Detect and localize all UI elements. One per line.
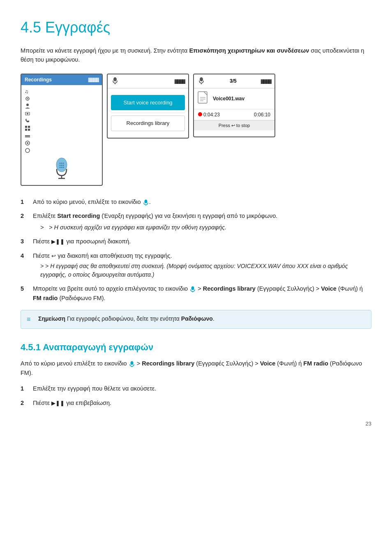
svg-text:♫: ♫ bbox=[25, 89, 28, 94]
svg-point-3 bbox=[26, 104, 29, 106]
mic-small-icon2 bbox=[197, 76, 205, 84]
step-3: 3 Πιέστε ▶❚❚ για προσωρινή διακοπή. bbox=[21, 237, 371, 246]
step4-number: 4 bbox=[21, 251, 29, 279]
section451-step2: 2 Πιέστε ▶❚❚ για επιβεβαίωση. bbox=[21, 398, 371, 407]
svg-point-13 bbox=[27, 142, 28, 144]
svg-point-25 bbox=[61, 166, 62, 168]
mic-small-icon bbox=[111, 76, 119, 84]
step1-content: Από το κύριο μενού, επιλέξτε το εικονίδι… bbox=[33, 197, 371, 206]
recordings-library-menu-item[interactable]: Recordings library bbox=[111, 116, 185, 131]
filename: Voice001.wav bbox=[213, 95, 244, 102]
list-item bbox=[25, 117, 99, 125]
step-2: 2 Επιλέξτε Start recording (Έναρξη εγγρα… bbox=[21, 211, 371, 232]
mic-icon-inline3 bbox=[129, 361, 135, 367]
step-5: 5 Μπορείτε να βρείτε αυτό το αρχείο επιλ… bbox=[21, 284, 371, 303]
s451-step1-num: 1 bbox=[21, 384, 29, 393]
svg-point-27 bbox=[113, 77, 117, 81]
section451-step1: 1 Επιλέξτε την εγγραφή που θέλετε να ακο… bbox=[21, 384, 371, 393]
svg-point-14 bbox=[25, 148, 30, 153]
s451-step2-content: Πιέστε ▶❚❚ για επιβεβαίωση. bbox=[33, 398, 371, 407]
note-box: ≡ Σημείωση Για εγγραφές ραδιοφώνου, δείτ… bbox=[21, 310, 371, 329]
screen2-body: Start voice recording Recordings library bbox=[108, 88, 188, 138]
list-item bbox=[25, 110, 99, 117]
list-item bbox=[25, 95, 99, 102]
svg-rect-6 bbox=[25, 126, 27, 128]
mic-icon-inline bbox=[143, 199, 149, 206]
phone-icon bbox=[25, 118, 30, 124]
battery-icon2: ▓▓▓▓ bbox=[175, 78, 185, 84]
svg-point-20 bbox=[63, 162, 64, 164]
camera-icon bbox=[25, 111, 30, 116]
screenshots-row: Recordings ▓▓▓▓ ♫ bbox=[21, 74, 371, 186]
list-item bbox=[25, 102, 99, 110]
mic-image-container bbox=[25, 156, 99, 183]
file-icon bbox=[197, 91, 210, 106]
mic-icon-inline2 bbox=[189, 286, 196, 292]
svg-point-19 bbox=[61, 162, 62, 164]
list-item bbox=[25, 147, 99, 154]
step2-sub: > > Η συσκευή αρχίζει να εγγράφει και εμ… bbox=[40, 223, 371, 232]
screen1-header: Recordings ▓▓▓▓ bbox=[21, 74, 102, 85]
screen3: 3/5 ▓▓▓▓ Voice001.wav 0:04:23 0:06:10 Pr… bbox=[193, 74, 275, 137]
timer-row: 0:04:23 0:06:10 bbox=[194, 109, 274, 120]
page-number: 23 bbox=[21, 420, 371, 428]
svg-point-26 bbox=[63, 166, 64, 168]
gear-icon bbox=[25, 140, 30, 146]
step-1: 1 Από το κύριο μενού, επιλέξτε το εικονί… bbox=[21, 197, 371, 206]
step3-content: Πιέστε ▶❚❚ για προσωρινή διακοπή. bbox=[33, 237, 371, 246]
svg-rect-7 bbox=[28, 126, 30, 128]
svg-point-2 bbox=[27, 98, 28, 99]
step4-sub: > > Η εγγραφή σας θα αποθηκευτεί στη συσ… bbox=[40, 262, 371, 279]
screen2: ▓▓▓▓ Start voice recording Recordings li… bbox=[107, 74, 189, 139]
svg-point-22 bbox=[61, 164, 62, 166]
step5-content: Μπορείτε να βρείτε αυτό το αρχείο επιλέγ… bbox=[33, 284, 371, 303]
list-item bbox=[25, 139, 99, 147]
s451-step2-num: 2 bbox=[21, 398, 29, 407]
music-icon: ♫ bbox=[25, 88, 30, 94]
step3-number: 3 bbox=[21, 237, 29, 246]
section-intro: Από το κύριο μενού επιλέξτε το εικονίδιο… bbox=[21, 359, 371, 377]
battery-icon: ▓▓▓▓ bbox=[88, 76, 99, 83]
svg-point-21 bbox=[60, 164, 61, 166]
start-recording-menu-item[interactable]: Start voice recording bbox=[111, 95, 185, 111]
s451-step1-content: Επιλέξτε την εγγραφή που θέλετε να ακούσ… bbox=[33, 384, 371, 393]
svg-rect-9 bbox=[28, 129, 30, 131]
note-icon: ≡ bbox=[27, 314, 35, 324]
svg-rect-8 bbox=[25, 129, 27, 131]
svg-point-23 bbox=[63, 164, 64, 166]
list-item: ♫ bbox=[25, 88, 99, 95]
back-icon: ↩ bbox=[51, 252, 56, 260]
screen3-body: Voice001.wav bbox=[194, 88, 274, 109]
step1-number: 1 bbox=[21, 197, 29, 206]
press-stop: Press ↩ to stop bbox=[194, 120, 274, 131]
screen1: Recordings ▓▓▓▓ ♫ bbox=[21, 74, 103, 186]
list-item bbox=[25, 125, 99, 132]
page-title: 4.5 Εγγραφές bbox=[21, 16, 371, 39]
intro-paragraph: Μπορείτε να κάνετε εγγραφή ήχου με τη συ… bbox=[21, 46, 371, 65]
person-icon bbox=[25, 103, 30, 109]
section-title: 4.5.1 Αναπαραγωγή εγγραφών bbox=[21, 340, 371, 354]
battery-icon3: ▓▓▓▓ bbox=[261, 78, 271, 84]
grid-icon bbox=[25, 125, 30, 131]
rec-dot bbox=[198, 112, 202, 116]
bars-icon bbox=[25, 133, 30, 139]
svg-point-24 bbox=[60, 166, 61, 168]
svg-point-37 bbox=[191, 287, 194, 290]
list-item bbox=[25, 132, 99, 139]
svg-point-18 bbox=[60, 162, 61, 164]
steps-section: 1 Από το κύριο μενού, επιλέξτε το εικονί… bbox=[21, 197, 371, 303]
screen1-body: ♫ bbox=[21, 85, 102, 185]
microphone-image bbox=[49, 156, 74, 180]
svg-point-5 bbox=[27, 113, 28, 114]
menu-divider bbox=[111, 113, 185, 113]
step2-content: Επιλέξτε Start recording (Έναρξη εγγραφή… bbox=[33, 211, 371, 232]
screen2-header: ▓▓▓▓ bbox=[108, 74, 188, 88]
screen3-header: 3/5 ▓▓▓▓ bbox=[194, 74, 274, 88]
svg-point-39 bbox=[130, 361, 133, 365]
svg-rect-11 bbox=[25, 135, 30, 136]
section451-steps: 1 Επιλέξτε την εγγραφή που θέλετε να ακο… bbox=[21, 384, 371, 407]
counter: 3/5 bbox=[230, 77, 237, 85]
step5-number: 5 bbox=[21, 284, 29, 303]
svg-rect-10 bbox=[25, 136, 30, 137]
step4-content: Πιέστε ↩ για διακοπή και αποθήκευση της … bbox=[33, 251, 371, 279]
